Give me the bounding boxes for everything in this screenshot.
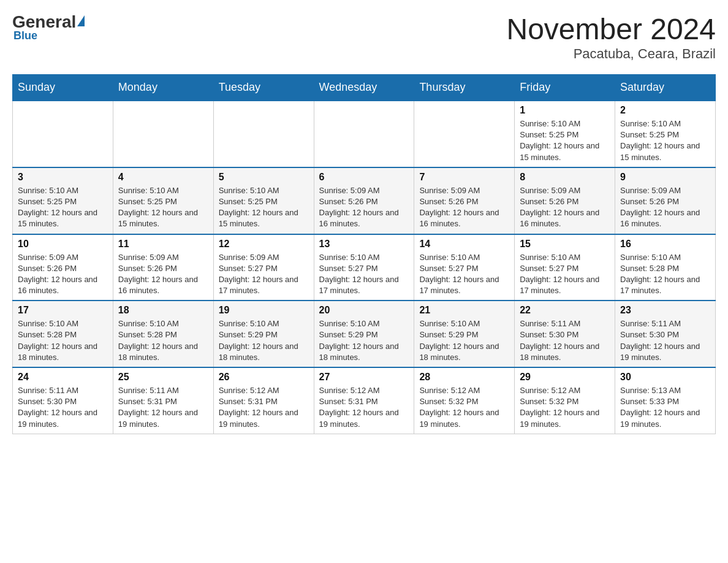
day-info: Sunrise: 5:10 AMSunset: 5:28 PMDaylight:… — [18, 318, 108, 363]
day-number: 30 — [620, 372, 710, 383]
day-info: Sunrise: 5:10 AMSunset: 5:27 PMDaylight:… — [520, 252, 610, 297]
day-info: Sunrise: 5:09 AMSunset: 5:26 PMDaylight:… — [419, 185, 509, 230]
day-number: 1 — [520, 105, 610, 116]
calendar-cell: 11Sunrise: 5:09 AMSunset: 5:26 PMDayligh… — [113, 234, 213, 301]
day-info: Sunrise: 5:12 AMSunset: 5:32 PMDaylight:… — [520, 385, 610, 430]
day-number: 23 — [620, 305, 710, 316]
calendar-cell: 25Sunrise: 5:11 AMSunset: 5:31 PMDayligh… — [113, 367, 213, 434]
calendar-header-wednesday: Wednesday — [314, 75, 414, 101]
day-number: 29 — [520, 372, 610, 383]
logo: General Blue — [12, 12, 85, 42]
day-info: Sunrise: 5:10 AMSunset: 5:25 PMDaylight:… — [18, 185, 108, 230]
calendar-cell: 4Sunrise: 5:10 AMSunset: 5:25 PMDaylight… — [113, 167, 213, 234]
day-number: 10 — [18, 239, 108, 250]
day-number: 4 — [118, 172, 208, 183]
day-number: 15 — [520, 239, 610, 250]
location-text: Pacatuba, Ceara, Brazil — [506, 46, 716, 62]
day-info: Sunrise: 5:10 AMSunset: 5:25 PMDaylight:… — [219, 185, 309, 230]
day-info: Sunrise: 5:09 AMSunset: 5:26 PMDaylight:… — [18, 252, 108, 297]
week-row-4: 17Sunrise: 5:10 AMSunset: 5:28 PMDayligh… — [13, 301, 716, 367]
day-number: 28 — [419, 372, 509, 383]
calendar-cell — [414, 101, 515, 167]
calendar-cell: 24Sunrise: 5:11 AMSunset: 5:30 PMDayligh… — [13, 367, 113, 434]
day-info: Sunrise: 5:09 AMSunset: 5:27 PMDaylight:… — [219, 252, 309, 297]
calendar-cell — [13, 101, 113, 167]
calendar-cell: 8Sunrise: 5:09 AMSunset: 5:26 PMDaylight… — [515, 167, 615, 234]
calendar-cell: 14Sunrise: 5:10 AMSunset: 5:27 PMDayligh… — [414, 234, 515, 301]
day-number: 17 — [18, 305, 108, 316]
calendar-cell: 18Sunrise: 5:10 AMSunset: 5:28 PMDayligh… — [113, 301, 213, 367]
day-info: Sunrise: 5:11 AMSunset: 5:30 PMDaylight:… — [620, 318, 710, 363]
calendar-cell: 15Sunrise: 5:10 AMSunset: 5:27 PMDayligh… — [515, 234, 615, 301]
title-block: November 2024 Pacatuba, Ceara, Brazil — [506, 12, 716, 62]
day-number: 24 — [18, 372, 108, 383]
day-info: Sunrise: 5:10 AMSunset: 5:25 PMDaylight:… — [118, 185, 208, 230]
page-header: General Blue November 2024 Pacatuba, Cea… — [12, 12, 716, 62]
calendar-cell: 6Sunrise: 5:09 AMSunset: 5:26 PMDaylight… — [314, 167, 414, 234]
day-number: 14 — [419, 239, 509, 250]
calendar-header-monday: Monday — [113, 75, 213, 101]
day-number: 3 — [18, 172, 108, 183]
calendar-cell: 16Sunrise: 5:10 AMSunset: 5:28 PMDayligh… — [615, 234, 716, 301]
calendar-header-thursday: Thursday — [414, 75, 515, 101]
day-number: 9 — [620, 172, 710, 183]
calendar-cell: 26Sunrise: 5:12 AMSunset: 5:31 PMDayligh… — [213, 367, 314, 434]
logo-blue-text: Blue — [13, 29, 37, 42]
calendar-cell: 28Sunrise: 5:12 AMSunset: 5:32 PMDayligh… — [414, 367, 515, 434]
calendar-cell: 5Sunrise: 5:10 AMSunset: 5:25 PMDaylight… — [213, 167, 314, 234]
calendar-cell — [314, 101, 414, 167]
day-number: 27 — [319, 372, 409, 383]
day-number: 11 — [118, 239, 208, 250]
day-number: 21 — [419, 305, 509, 316]
calendar-cell: 2Sunrise: 5:10 AMSunset: 5:25 PMDaylight… — [615, 101, 716, 167]
calendar-cell: 10Sunrise: 5:09 AMSunset: 5:26 PMDayligh… — [13, 234, 113, 301]
day-number: 20 — [319, 305, 409, 316]
calendar-table: SundayMondayTuesdayWednesdayThursdayFrid… — [12, 74, 716, 434]
week-row-2: 3Sunrise: 5:10 AMSunset: 5:25 PMDaylight… — [13, 167, 716, 234]
day-info: Sunrise: 5:12 AMSunset: 5:32 PMDaylight:… — [419, 385, 509, 430]
day-number: 12 — [219, 239, 309, 250]
day-number: 22 — [520, 305, 610, 316]
day-info: Sunrise: 5:10 AMSunset: 5:27 PMDaylight:… — [319, 252, 409, 297]
day-number: 5 — [219, 172, 309, 183]
day-number: 7 — [419, 172, 509, 183]
day-info: Sunrise: 5:09 AMSunset: 5:26 PMDaylight:… — [620, 185, 710, 230]
day-info: Sunrise: 5:12 AMSunset: 5:31 PMDaylight:… — [219, 385, 309, 430]
day-info: Sunrise: 5:10 AMSunset: 5:28 PMDaylight:… — [118, 318, 208, 363]
day-info: Sunrise: 5:10 AMSunset: 5:28 PMDaylight:… — [620, 252, 710, 297]
calendar-cell: 17Sunrise: 5:10 AMSunset: 5:28 PMDayligh… — [13, 301, 113, 367]
day-number: 26 — [219, 372, 309, 383]
day-info: Sunrise: 5:09 AMSunset: 5:26 PMDaylight:… — [319, 185, 409, 230]
day-info: Sunrise: 5:10 AMSunset: 5:29 PMDaylight:… — [219, 318, 309, 363]
calendar-cell: 3Sunrise: 5:10 AMSunset: 5:25 PMDaylight… — [13, 167, 113, 234]
day-number: 6 — [319, 172, 409, 183]
day-number: 18 — [118, 305, 208, 316]
calendar-header-saturday: Saturday — [615, 75, 716, 101]
day-info: Sunrise: 5:09 AMSunset: 5:26 PMDaylight:… — [118, 252, 208, 297]
day-info: Sunrise: 5:12 AMSunset: 5:31 PMDaylight:… — [319, 385, 409, 430]
calendar-cell: 13Sunrise: 5:10 AMSunset: 5:27 PMDayligh… — [314, 234, 414, 301]
week-row-5: 24Sunrise: 5:11 AMSunset: 5:30 PMDayligh… — [13, 367, 716, 434]
day-info: Sunrise: 5:10 AMSunset: 5:25 PMDaylight:… — [620, 118, 710, 163]
day-number: 25 — [118, 372, 208, 383]
calendar-cell: 30Sunrise: 5:13 AMSunset: 5:33 PMDayligh… — [615, 367, 716, 434]
calendar-cell: 23Sunrise: 5:11 AMSunset: 5:30 PMDayligh… — [615, 301, 716, 367]
calendar-cell: 27Sunrise: 5:12 AMSunset: 5:31 PMDayligh… — [314, 367, 414, 434]
day-info: Sunrise: 5:10 AMSunset: 5:29 PMDaylight:… — [419, 318, 509, 363]
day-info: Sunrise: 5:11 AMSunset: 5:31 PMDaylight:… — [118, 385, 208, 430]
day-info: Sunrise: 5:10 AMSunset: 5:25 PMDaylight:… — [520, 118, 610, 163]
calendar-cell: 19Sunrise: 5:10 AMSunset: 5:29 PMDayligh… — [213, 301, 314, 367]
week-row-3: 10Sunrise: 5:09 AMSunset: 5:26 PMDayligh… — [13, 234, 716, 301]
calendar-header-sunday: Sunday — [13, 75, 113, 101]
calendar-cell: 22Sunrise: 5:11 AMSunset: 5:30 PMDayligh… — [515, 301, 615, 367]
logo-triangle-icon — [77, 15, 85, 26]
day-number: 19 — [219, 305, 309, 316]
calendar-cell: 21Sunrise: 5:10 AMSunset: 5:29 PMDayligh… — [414, 301, 515, 367]
day-info: Sunrise: 5:09 AMSunset: 5:26 PMDaylight:… — [520, 185, 610, 230]
day-number: 16 — [620, 239, 710, 250]
calendar-cell: 7Sunrise: 5:09 AMSunset: 5:26 PMDaylight… — [414, 167, 515, 234]
calendar-cell: 1Sunrise: 5:10 AMSunset: 5:25 PMDaylight… — [515, 101, 615, 167]
calendar-cell — [113, 101, 213, 167]
day-info: Sunrise: 5:10 AMSunset: 5:27 PMDaylight:… — [419, 252, 509, 297]
day-number: 13 — [319, 239, 409, 250]
